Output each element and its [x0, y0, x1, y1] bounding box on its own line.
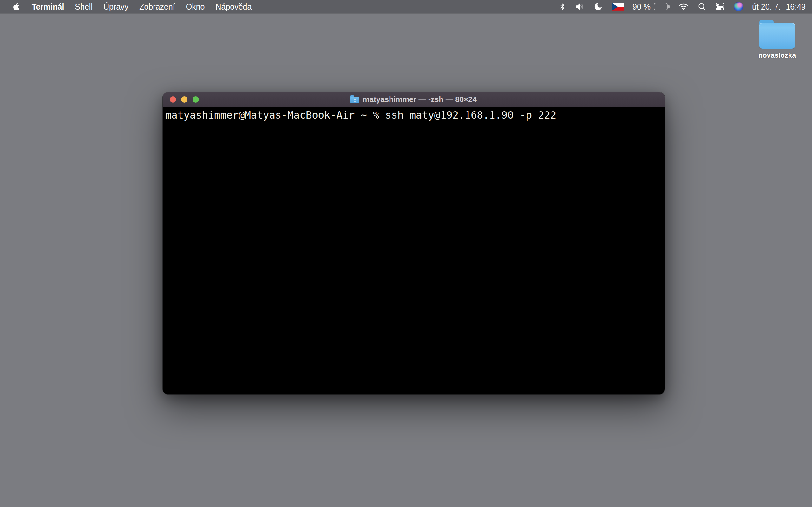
do-not-disturb-moon-icon[interactable] — [589, 0, 607, 13]
apple-menu[interactable] — [0, 0, 26, 13]
terminal-screen[interactable]: matyashimmer@Matyas-MacBook-Air ~ % ssh … — [163, 107, 664, 394]
menu-bar: Terminál Shell Úpravy Zobrazení Okno Náp… — [0, 0, 812, 13]
window-title: matyashimmer — -zsh — 80×24 — [362, 95, 477, 104]
battery-percent-label: 90 % — [632, 2, 651, 11]
zoom-button[interactable] — [193, 96, 199, 103]
proxy-folder-icon[interactable]: ⌂ — [351, 97, 359, 103]
date-label: út 20. 7. — [752, 2, 780, 11]
menu-bar-clock[interactable]: út 20. 7. 16:49 — [748, 2, 808, 11]
search-icon[interactable] — [693, 0, 711, 13]
folder-icon[interactable] — [759, 20, 795, 49]
menu-item-shell[interactable]: Shell — [69, 0, 98, 13]
volume-icon[interactable] — [570, 0, 589, 13]
battery-nub — [668, 5, 670, 8]
terminal-window: ⌂ matyashimmer — -zsh — 80×24 matyashimm… — [163, 92, 664, 394]
terminal-prompt-line: matyashimmer@Matyas-MacBook-Air ~ % ssh … — [165, 109, 662, 121]
wifi-icon[interactable] — [674, 0, 693, 13]
minimize-button[interactable] — [181, 96, 188, 103]
battery-status[interactable]: 90 % — [628, 0, 674, 13]
menu-item-zobrazeni[interactable]: Zobrazení — [134, 0, 181, 13]
siri-icon[interactable] — [729, 0, 748, 13]
control-center-icon[interactable] — [711, 0, 729, 13]
menu-bar-status: 90 % — [555, 0, 812, 13]
menu-app-name[interactable]: Terminál — [26, 0, 69, 13]
time-label: 16:49 — [786, 2, 806, 11]
desktop[interactable]: { "menu_bar": { "app_name": "Terminál", … — [0, 0, 812, 507]
folder-body — [759, 23, 795, 49]
battery-icon — [654, 3, 668, 10]
menu-item-napoveda[interactable]: Nápověda — [210, 0, 257, 13]
title-group: ⌂ matyashimmer — -zsh — 80×24 — [351, 95, 477, 104]
menu-bar-left: Terminál Shell Úpravy Zobrazení Okno Náp… — [0, 0, 257, 13]
czech-flag-icon[interactable] — [607, 0, 628, 13]
bluetooth-icon[interactable] — [555, 0, 570, 13]
menu-item-okno[interactable]: Okno — [181, 0, 210, 13]
terminal-titlebar[interactable]: ⌂ matyashimmer — -zsh — 80×24 — [163, 92, 664, 107]
folder-label[interactable]: novaslozka — [757, 51, 798, 60]
traffic-lights — [170, 92, 199, 107]
home-glyph: ⌂ — [351, 97, 359, 103]
menu-item-upravy[interactable]: Úpravy — [98, 0, 134, 13]
apple-logo-icon — [13, 3, 20, 11]
close-button[interactable] — [170, 96, 176, 103]
desktop-folder-novaslozka[interactable]: novaslozka — [757, 20, 798, 60]
